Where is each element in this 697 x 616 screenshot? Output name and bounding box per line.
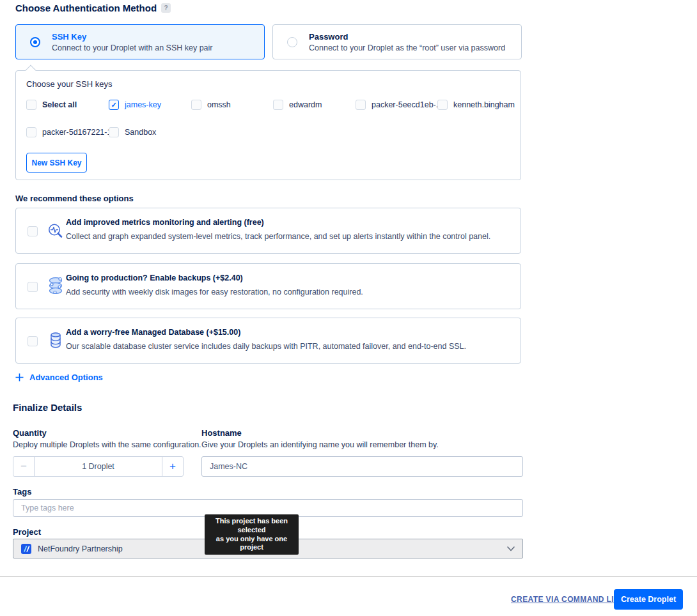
hostname-description: Give your Droplets an identifying name y… bbox=[201, 440, 439, 449]
quantity-description: Deploy multiple Droplets with the same c… bbox=[13, 440, 201, 449]
help-icon[interactable]: ? bbox=[161, 3, 171, 13]
password-card-text: Password Connect to your Droplet as the … bbox=[309, 32, 505, 52]
ssh-key-label: edwardm bbox=[289, 100, 322, 109]
netfoundry-logo-icon bbox=[21, 544, 31, 554]
password-card-description: Connect to your Droplet as the “root” us… bbox=[309, 43, 505, 52]
managed-database-icon bbox=[49, 332, 62, 352]
tooltip-arrow bbox=[248, 535, 255, 541]
advanced-options-toggle[interactable]: Advanced Options bbox=[15, 373, 103, 382]
ssh-key-packer-5eecd1eb[interactable]: packer-5eecd1eb-... bbox=[356, 100, 442, 110]
hostname-label: Hostname bbox=[201, 428, 242, 438]
project-label: Project bbox=[13, 527, 41, 537]
option-description: Our scalable database cluster service in… bbox=[66, 342, 466, 351]
checkbox-checked-icon[interactable]: ✓ bbox=[109, 100, 119, 110]
chevron-down-icon bbox=[507, 546, 515, 551]
option-title: Add a worry-free Managed Database (+$15.… bbox=[66, 328, 240, 337]
checkbox-icon[interactable] bbox=[273, 100, 283, 110]
ssh-key-kenneth-bingham[interactable]: kenneth.bingham bbox=[437, 100, 515, 110]
ssh-key-sandbox[interactable]: Sandbox bbox=[109, 127, 156, 137]
ssh-key-packer-5d167221[interactable]: packer-5d167221-1... bbox=[26, 127, 118, 137]
checkbox-icon[interactable] bbox=[109, 127, 119, 137]
ssh-key-label: packer-5eecd1eb-... bbox=[372, 100, 442, 109]
checkbox-icon[interactable] bbox=[356, 100, 366, 110]
auth-section-title: Choose Authentication Method? bbox=[15, 3, 171, 13]
checkbox-icon[interactable] bbox=[27, 226, 38, 236]
option-description: Collect and graph expanded system-level … bbox=[66, 232, 490, 241]
metrics-monitoring-icon bbox=[47, 222, 65, 243]
advanced-options-label: Advanced Options bbox=[29, 373, 103, 382]
ssh-key-omssh[interactable]: omssh bbox=[191, 100, 231, 110]
tags-label: Tags bbox=[13, 487, 31, 497]
option-description: Add security with weekly disk images for… bbox=[66, 288, 363, 296]
ssh-key-label: Sandbox bbox=[125, 128, 156, 137]
checkbox-icon[interactable] bbox=[191, 100, 201, 110]
create-via-command-line-link[interactable]: CREATE VIA COMMAND LINE bbox=[511, 595, 625, 604]
ssh-key-card-description: Connect to your Droplet with an SSH key … bbox=[52, 43, 213, 52]
checkbox-icon[interactable] bbox=[27, 336, 38, 346]
ssh-key-edwardm[interactable]: edwardm bbox=[273, 100, 322, 110]
quantity-decrement-button[interactable]: − bbox=[13, 457, 35, 476]
checkbox-icon[interactable] bbox=[26, 100, 36, 110]
auth-method-password[interactable]: Password Connect to your Droplet as the … bbox=[272, 24, 522, 59]
radio-password-icon[interactable] bbox=[287, 37, 297, 47]
quantity-value: 1 Droplet bbox=[35, 457, 162, 476]
option-title: Add improved metrics monitoring and aler… bbox=[66, 218, 264, 227]
ssh-key-label: packer-5d167221-1... bbox=[42, 128, 118, 137]
hostname-input[interactable] bbox=[201, 456, 523, 477]
password-card-title: Password bbox=[309, 32, 505, 42]
new-ssh-key-button[interactable]: New SSH Key bbox=[26, 153, 87, 173]
recommend-options-label: We recommend these options bbox=[15, 194, 134, 203]
ssh-key-card-text: SSH Key Connect to your Droplet with an … bbox=[52, 32, 213, 52]
option-title: Going to production? Enable backups (+$2… bbox=[66, 273, 243, 282]
checkbox-icon[interactable] bbox=[437, 100, 448, 110]
finalize-details-title: Finalize Details bbox=[13, 402, 82, 413]
footer-divider bbox=[0, 576, 697, 577]
auth-method-cards: SSH Key Connect to your Droplet with an … bbox=[15, 24, 522, 59]
ssh-key-label: james-key bbox=[125, 100, 161, 109]
create-droplet-button[interactable]: Create Droplet bbox=[614, 589, 683, 610]
checkbox-icon[interactable] bbox=[26, 127, 36, 137]
option-card-backups[interactable]: Going to production? Enable backups (+$2… bbox=[15, 263, 521, 309]
option-card-managed-database[interactable]: Add a worry-free Managed Database (+$15.… bbox=[15, 318, 521, 364]
auth-method-ssh-key[interactable]: SSH Key Connect to your Droplet with an … bbox=[15, 24, 265, 59]
project-tooltip-line1: This project has been selected bbox=[208, 517, 295, 535]
ssh-key-label: kenneth.bingham bbox=[453, 100, 515, 109]
quantity-increment-button[interactable]: + bbox=[162, 457, 183, 476]
auth-title-text: Choose Authentication Method bbox=[15, 3, 157, 13]
project-selected-value: NetFoundry Partnership bbox=[38, 544, 123, 553]
radio-ssh-key-icon[interactable] bbox=[30, 37, 40, 47]
ssh-keys-panel: Choose your SSH keys Select all ✓ james-… bbox=[15, 70, 521, 180]
ssh-key-label: Select all bbox=[42, 100, 77, 109]
ssh-key-james-key[interactable]: ✓ james-key bbox=[109, 100, 161, 110]
quantity-label: Quantity bbox=[13, 428, 47, 438]
quantity-stepper: − 1 Droplet + bbox=[13, 456, 184, 477]
ssh-key-select-all[interactable]: Select all bbox=[26, 100, 77, 110]
option-card-metrics[interactable]: Add improved metrics monitoring and aler… bbox=[15, 208, 521, 254]
ssh-key-card-title: SSH Key bbox=[52, 32, 213, 42]
ssh-key-label: omssh bbox=[207, 100, 231, 109]
checkbox-icon[interactable] bbox=[27, 282, 38, 292]
backups-icon bbox=[47, 275, 65, 300]
plus-icon bbox=[15, 373, 24, 381]
ssh-keys-label: Choose your SSH keys bbox=[26, 79, 112, 89]
